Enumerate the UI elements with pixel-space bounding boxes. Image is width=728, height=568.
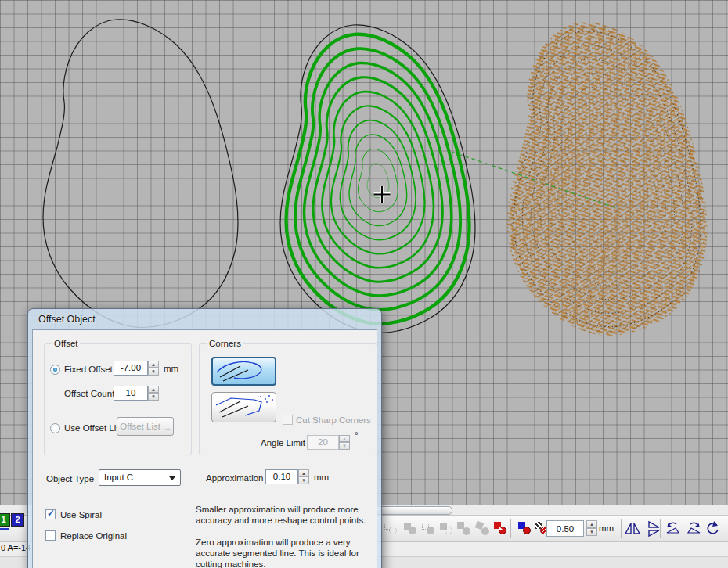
offset-list-button[interactable]: Offset List ... bbox=[117, 417, 174, 436]
object-type-value: Input C bbox=[104, 473, 133, 482]
status-coordinates: 0 A=-14 bbox=[1, 543, 31, 552]
angle-limit-unit: ° bbox=[355, 430, 359, 440]
chevron-down-icon bbox=[169, 476, 175, 480]
shape-fill-icon[interactable] bbox=[517, 519, 534, 538]
fragment-disabled-icon bbox=[474, 519, 492, 538]
approximation-label: Approximation bbox=[206, 473, 264, 483]
fixed-offset-spinner[interactable]: ▲▼ bbox=[148, 361, 159, 376]
outline-width-input[interactable] bbox=[546, 520, 584, 537]
palette-selected-indicator bbox=[0, 528, 9, 530]
offset-object-dialog: Offset Object Offset Fixed Offset -7.00 … bbox=[27, 308, 382, 568]
corners-group-label: Corners bbox=[207, 339, 243, 348]
brown-stitched-shape[interactable] bbox=[510, 25, 705, 333]
angle-limit-input[interactable]: 20 bbox=[307, 435, 339, 450]
application-window: ▲▼ mm bbox=[0, 0, 728, 568]
approximation-input[interactable]: 0.10 bbox=[265, 469, 298, 484]
replace-original-label: Replace Original bbox=[60, 531, 127, 541]
offset-count-spinner[interactable]: ▲▼ bbox=[148, 386, 159, 401]
fixed-offset-label: Fixed Offset bbox=[64, 365, 113, 374]
dialog-body: Offset Fixed Offset -7.00 ▲▼ mm Offset C… bbox=[32, 329, 377, 568]
sharp-corner-icon bbox=[212, 393, 276, 422]
angle-limit-label: Angle Limit bbox=[261, 438, 305, 448]
combine-disabled-icon bbox=[456, 519, 473, 538]
sharp-corner-button[interactable] bbox=[211, 392, 276, 422]
green-spiral-offset-shape[interactable] bbox=[280, 25, 475, 333]
approximation-spinner[interactable]: ▲▼ bbox=[298, 469, 309, 484]
remove-overlap-icon[interactable] bbox=[492, 519, 510, 538]
rotate-free-icon[interactable] bbox=[704, 519, 721, 538]
fixed-offset-radio[interactable] bbox=[50, 365, 60, 375]
cut-sharp-corners-checkbox[interactable] bbox=[283, 415, 293, 425]
offset-group: Offset Fixed Offset -7.00 ▲▼ mm Offset C… bbox=[44, 343, 192, 455]
outline-width-spinner[interactable]: ▲▼ bbox=[586, 520, 597, 537]
corners-group: Corners Cut Sharp Corners bbox=[199, 343, 377, 455]
mirror-horizontal-icon[interactable] bbox=[624, 519, 641, 538]
use-spiral-label: Use Spiral bbox=[60, 510, 102, 519]
fixed-offset-unit: mm bbox=[164, 364, 178, 373]
palette-color-2[interactable]: 2 bbox=[11, 513, 24, 527]
use-spiral-checkbox[interactable] bbox=[45, 509, 56, 519]
object-type-combo[interactable]: Input C bbox=[99, 469, 181, 486]
trim-disabled-icon bbox=[402, 519, 420, 538]
outline-shape[interactable] bbox=[43, 20, 238, 328]
intersect-disabled-icon bbox=[420, 519, 438, 538]
offset-group-label: Offset bbox=[52, 339, 80, 348]
fixed-offset-input[interactable]: -7.00 bbox=[114, 361, 148, 376]
crosshair-cursor bbox=[374, 186, 391, 203]
simplify-disabled-icon bbox=[438, 519, 456, 538]
rounded-corner-icon bbox=[213, 358, 275, 384]
palette-color-1[interactable]: 1 bbox=[0, 513, 10, 527]
object-type-label: Object Type bbox=[46, 474, 94, 484]
description-paragraph-1: Smaller approximation will produce more … bbox=[196, 504, 371, 526]
rounded-corner-button[interactable] bbox=[211, 357, 276, 386]
use-offset-list-radio[interactable] bbox=[50, 423, 60, 433]
weld-disabled-icon bbox=[383, 519, 400, 538]
offset-count-label: Offset Count bbox=[64, 389, 114, 398]
outline-width-unit: mm bbox=[599, 523, 614, 533]
dialog-title-bar[interactable]: Offset Object bbox=[28, 309, 381, 329]
rotate-left-icon[interactable] bbox=[664, 519, 681, 538]
offset-count-input[interactable]: 10 bbox=[114, 386, 148, 401]
use-offset-list-label: Use Offset List bbox=[64, 423, 123, 433]
angle-limit-spinner[interactable]: ▲ ▼ bbox=[339, 435, 350, 450]
replace-original-checkbox[interactable] bbox=[45, 530, 56, 541]
approximation-unit: mm bbox=[314, 473, 329, 482]
description-paragraph-2: Zero approximation will produce a very a… bbox=[196, 537, 371, 568]
approximation-description: Smaller approximation will produce more … bbox=[196, 504, 371, 568]
cut-sharp-corners-label: Cut Sharp Corners bbox=[296, 415, 371, 425]
rotate-right-icon[interactable] bbox=[686, 519, 703, 538]
